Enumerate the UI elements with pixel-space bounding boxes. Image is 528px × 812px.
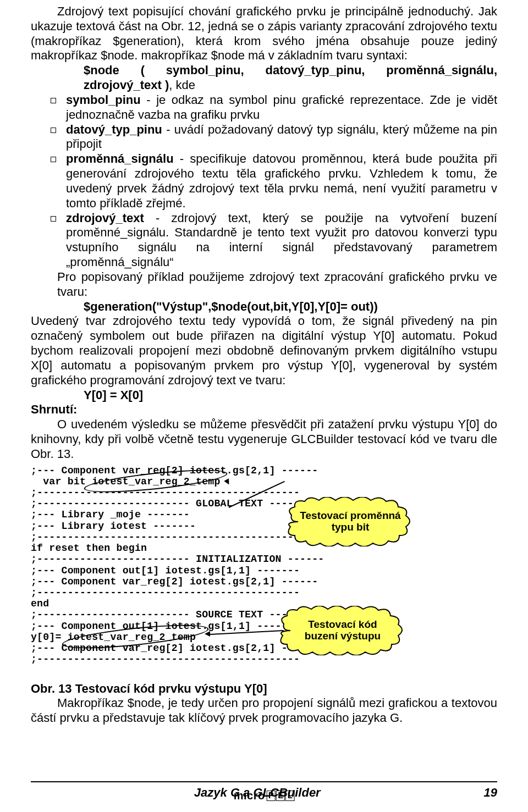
page-footer: Jazyk G a GLCBuilder 19 micro P E L	[31, 781, 497, 800]
cloud1-line2: typu bit	[332, 521, 370, 533]
term: proměnná_signálu	[66, 152, 174, 165]
list-item: symbol_pinu - je odkaz na symbol pinu gr…	[51, 93, 497, 123]
code-figure: ;--- Component var_reg[2] iotest.gs[2,1]…	[31, 465, 497, 680]
footer-page-number: 19	[484, 786, 497, 800]
footer-brand-pel: P E L	[267, 791, 295, 801]
paragraph-2: Uvedený tvar zdrojového textu tedy vypov…	[31, 314, 497, 388]
footer-rule	[31, 781, 497, 782]
term: zdrojový_text	[66, 211, 144, 225]
footer-brand-e: E	[276, 791, 285, 801]
term: symbol_pinu	[66, 93, 141, 107]
paragraph-3: O uvedeném výsledku se můžeme přesvědčit…	[31, 417, 497, 461]
footer-brand-micro: micro	[234, 789, 265, 802]
syntax-tail: , kde	[169, 78, 195, 92]
paragraph-1: Zdrojový text popisující chování grafick…	[31, 4, 497, 63]
arrowhead-2	[205, 631, 210, 637]
list-item: datový_typ_pinu - uvádí požadovaný datov…	[51, 123, 497, 152]
footer-logo: micro P E L	[234, 789, 295, 802]
syntax-bold: $node ( symbol_pinu, datový_typ_pinu, pr…	[84, 63, 497, 92]
paragraph-4: Makropříkaz $node, je tedy určen pro pro…	[31, 696, 497, 726]
footer-brand-p: P	[267, 791, 276, 801]
figure-caption: Obr. 13 Testovací kód prvku výstupu Y[0]	[31, 682, 497, 696]
bullet-list: symbol_pinu - je odkaz na symbol pinu gr…	[31, 93, 497, 270]
list-item: zdrojový_text - zdrojový text, který se …	[51, 211, 497, 270]
example-code: $generation("Výstup",$node(out,bit,Y[0],…	[31, 300, 497, 314]
footer-brand-l: L	[285, 791, 294, 801]
equation: Y[0] = X[0]	[31, 388, 497, 403]
list-item: proměnná_signálu - specifikuje datovou p…	[51, 152, 497, 211]
summary-heading: Shrnutí:	[31, 402, 497, 417]
example-intro: Pro popisovaný příklad použijeme zdrojov…	[31, 270, 497, 300]
term: datový_typ_pinu	[66, 123, 162, 136]
syntax-line: $node ( symbol_pinu, datový_typ_pinu, pr…	[31, 63, 497, 93]
